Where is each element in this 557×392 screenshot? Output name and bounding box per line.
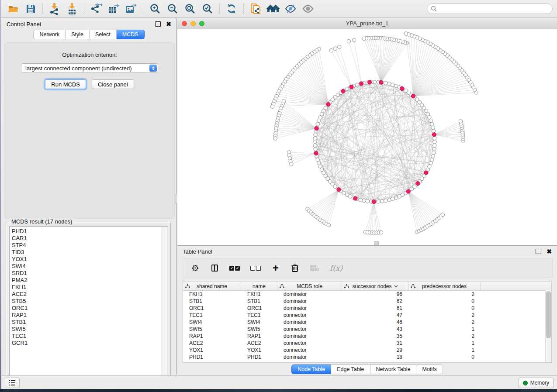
tab-edge-table[interactable]: Edge Table [331, 364, 370, 374]
save-session-button[interactable] [23, 2, 38, 16]
network-view-window: YPA_prune.txt_1 [177, 18, 557, 245]
mcds-result-list[interactable]: PHD1CAR1STP4TID3YOX1SWI4SRD1PMA2FKH1ACE2… [9, 226, 167, 382]
tab-network-table[interactable]: Network Table [370, 364, 417, 374]
table-row[interactable]: STB1STB1dominator620 [183, 298, 551, 305]
column-layout-button[interactable] [210, 263, 219, 273]
close-window-icon[interactable] [182, 21, 187, 26]
close-panel-icon[interactable]: ✖ [547, 249, 552, 254]
table-row[interactable]: FKH1FKH1dominator962 [183, 291, 551, 298]
hide-selected-button[interactable] [283, 2, 298, 16]
clone-network-button[interactable] [248, 2, 263, 16]
import-network-icon [49, 3, 60, 15]
mcds-result-item[interactable]: SRD1 [12, 270, 167, 277]
open-file-button[interactable] [6, 2, 21, 16]
run-mcds-button[interactable]: Run MCDS [45, 79, 86, 89]
app-window: Control Panel ✖ Network Style Select MCD… [1, 0, 557, 389]
delete-table-button[interactable] [310, 263, 319, 273]
tab-motifs[interactable]: Motifs [416, 364, 443, 374]
table-row[interactable]: SWI5SWI5connector431 [183, 326, 551, 333]
mcds-result-item[interactable]: GCR1 [12, 340, 167, 347]
mcds-result-item[interactable]: CAR1 [12, 235, 167, 242]
close-panel-icon[interactable]: ✖ [166, 22, 171, 26]
zoom-selected-button[interactable] [200, 2, 215, 16]
zoom-in-button[interactable] [148, 2, 163, 16]
table-cell-name: ACE2 [241, 340, 277, 346]
close-panel-button[interactable]: Close panel [92, 79, 134, 89]
window-list-button[interactable] [5, 378, 20, 388]
tab-style[interactable]: Style [66, 30, 90, 39]
mcds-result-item[interactable]: ACE2 [12, 291, 167, 298]
mcds-result-item[interactable]: ORC1 [12, 305, 167, 312]
float-panel-icon[interactable] [536, 249, 541, 254]
table-row[interactable]: PHD1PHD1dominator180 [183, 354, 551, 361]
tab-node-table[interactable]: Node Table [291, 364, 331, 374]
columns-icon [211, 265, 218, 272]
search-field[interactable] [427, 3, 553, 14]
mcds-result-item[interactable]: STB5 [12, 298, 167, 305]
table-row[interactable]: SWI4SWI4dominator462 [183, 319, 551, 326]
column-header-shared-name[interactable]: shared name [183, 282, 241, 290]
table-scrollbar-thumb[interactable] [546, 291, 551, 338]
minimize-window-icon[interactable] [190, 21, 196, 26]
eye-icon [302, 3, 314, 14]
column-header-successor-nodes[interactable]: successor nodes [342, 282, 408, 290]
zoom-out-button[interactable] [165, 2, 180, 16]
tab-select[interactable]: Select [90, 30, 117, 39]
table-row[interactable]: ORC1ORC1dominator610 [183, 305, 551, 312]
window-controls [182, 21, 204, 26]
function-builder-button[interactable]: f(x) [330, 263, 343, 273]
mcds-result-item[interactable]: RAP1 [12, 312, 167, 319]
maximize-window-icon[interactable] [199, 21, 204, 26]
tab-mcds[interactable]: MCDS [117, 30, 145, 39]
export-table-button[interactable] [106, 2, 121, 16]
network-canvas[interactable] [177, 29, 557, 245]
mcds-result-item[interactable]: TID3 [12, 249, 167, 256]
mcds-result-item[interactable]: YOX1 [12, 256, 167, 263]
node-table[interactable]: shared name name MCDS role successor nod… [183, 282, 552, 363]
toolbar-separator [84, 3, 84, 14]
mcds-result-item[interactable]: STP4 [12, 242, 167, 249]
column-header-predecessor-nodes[interactable]: predecessor nodes [408, 282, 481, 290]
mcds-result-item[interactable]: SWI5 [12, 326, 167, 333]
optimization-criterion-select[interactable]: largest connected component (undirected) [21, 63, 158, 73]
table-row[interactable]: ACE2ACE2connector311 [183, 340, 551, 347]
table-row[interactable]: RAP1RAP1dominator352 [183, 333, 551, 340]
mcds-result-item[interactable]: FKH1 [12, 284, 167, 291]
float-panel-icon[interactable] [155, 21, 161, 27]
table-cell-shared_name: ACE2 [183, 340, 241, 346]
table-header-row: shared name name MCDS role successor nod… [183, 282, 551, 291]
column-header-mcds-role[interactable]: MCDS role [277, 282, 342, 290]
table-row[interactable]: TEC1TEC1connector472 [183, 312, 551, 319]
select-all-button[interactable]: ✓✓ [229, 263, 240, 273]
deselect-all-button[interactable] [250, 263, 261, 273]
tab-network[interactable]: Network [33, 30, 66, 39]
table-row[interactable]: YOX1YOX1connector291 [183, 347, 551, 354]
table-cell-mcds_role: connector [277, 326, 342, 332]
refresh-layout-button[interactable] [224, 2, 239, 16]
table-scrollbar[interactable] [545, 290, 551, 362]
export-image-button[interactable] [124, 2, 138, 16]
import-network-button[interactable] [47, 2, 62, 16]
table-cell-shared_name: STB1 [183, 298, 241, 304]
mcds-result-item[interactable]: TEC1 [12, 333, 167, 340]
mcds-result-item[interactable]: PMA2 [12, 277, 167, 284]
import-table-button[interactable] [65, 2, 80, 16]
search-input[interactable] [439, 5, 549, 12]
network-overview-button[interactable] [266, 2, 280, 16]
export-table-icon [107, 3, 120, 15]
result-list-scrollbar[interactable] [161, 227, 166, 381]
zoom-fit-button[interactable] [183, 2, 197, 16]
canvas-drag-dot[interactable] [374, 241, 379, 245]
column-header-name[interactable]: name [241, 282, 277, 290]
delete-table-icon [310, 265, 319, 272]
add-column-button[interactable]: + [271, 263, 280, 273]
memory-button[interactable]: Memory [519, 378, 554, 388]
export-network-button[interactable] [89, 2, 104, 16]
table-settings-button[interactable]: ⚙ [191, 263, 200, 273]
mcds-result-item[interactable]: SWI4 [12, 263, 167, 270]
network-window-titlebar[interactable]: YPA_prune.txt_1 [177, 18, 557, 29]
mcds-result-item[interactable]: STB1 [12, 319, 167, 326]
show-hidden-button[interactable] [301, 2, 315, 16]
delete-column-button[interactable] [291, 263, 299, 273]
mcds-result-item[interactable]: PHD1 [12, 228, 167, 235]
